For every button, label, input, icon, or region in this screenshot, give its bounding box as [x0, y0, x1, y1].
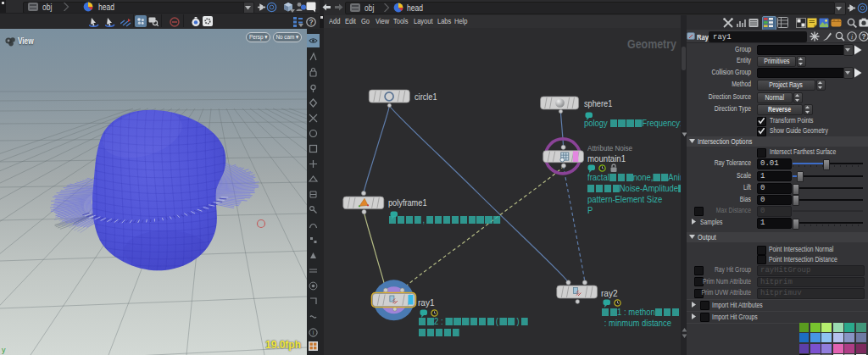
svg-text:?: ? — [309, 18, 313, 26]
svg-text:i: i — [851, 33, 853, 41]
svg-text:y: y — [2, 346, 6, 354]
svg-text:i: i — [313, 330, 314, 336]
svg-text:?: ? — [861, 32, 865, 41]
